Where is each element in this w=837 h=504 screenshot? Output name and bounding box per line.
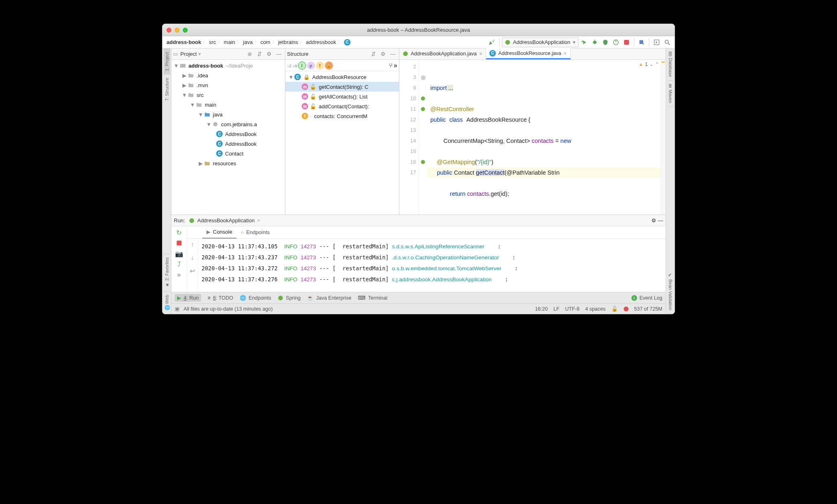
show-interfaces-button[interactable]: I: [298, 61, 306, 70]
settings-gear-icon[interactable]: ⚙: [265, 50, 274, 59]
code-content[interactable]: import ... @RestController public class …: [427, 60, 661, 215]
code-editor[interactable]: 2 3 9 10 11 12 13 14 15 16 17: [399, 60, 666, 215]
coverage-button[interactable]: [600, 37, 610, 47]
endpoints-tab[interactable]: ⑃Endpoints: [237, 226, 274, 239]
breadcrumb-item[interactable]: com: [261, 39, 271, 45]
search-button[interactable]: [662, 37, 672, 47]
collapse-all-button[interactable]: ⇵: [255, 50, 264, 59]
spring-gutter-icon[interactable]: [421, 96, 425, 101]
tree-node[interactable]: .idea: [197, 72, 208, 79]
breadcrumb-item[interactable]: main: [224, 39, 235, 45]
search-everywhere-button[interactable]: [652, 37, 662, 47]
tree-node[interactable]: .mvn: [197, 82, 208, 88]
chevron-down-icon[interactable]: ▾: [198, 51, 201, 57]
show-nonpublic-button[interactable]: 🔒: [325, 61, 333, 70]
project-tree[interactable]: ▼address-book~/IdeaProje ▶.idea ▶.mvn ▼s…: [171, 60, 285, 215]
collapse-button[interactable]: ⇵: [369, 50, 378, 59]
dump-button[interactable]: 📷: [175, 250, 183, 257]
structure-node[interactable]: addContact(Contact):: [319, 103, 369, 110]
editor-tab[interactable]: C AddressBookResource.java ×: [486, 48, 570, 59]
console-tab[interactable]: ▶Console: [202, 226, 237, 239]
locate-button[interactable]: ⊕: [245, 50, 254, 59]
show-fields-button[interactable]: f: [316, 61, 324, 70]
more-button[interactable]: »: [394, 62, 397, 69]
tree-node[interactable]: address-book: [188, 63, 223, 69]
sidebar-tab-favorites[interactable]: ★2: Favorites: [163, 254, 170, 291]
breadcrumb-item[interactable]: address-book: [167, 39, 201, 45]
scroll-up-button[interactable]: ↑: [191, 241, 194, 248]
autoscroll-button[interactable]: ⑂: [389, 62, 393, 69]
sort-alpha-button[interactable]: ↓a: [292, 63, 297, 68]
line-separator[interactable]: LF: [553, 306, 559, 312]
sidebar-tab-web[interactable]: 🌐Web: [163, 291, 170, 314]
bottom-tab-spring[interactable]: Spring: [278, 295, 300, 301]
settings-gear-icon[interactable]: ⚙: [379, 50, 388, 59]
inspection-widget[interactable]: ▲ 1 ⌄ ⌃: [638, 61, 659, 67]
show-properties-button[interactable]: p: [307, 61, 315, 70]
caret-position[interactable]: 16:20: [535, 306, 548, 312]
stop-button[interactable]: [622, 37, 631, 47]
sidebar-tab-maven[interactable]: mMaven: [667, 81, 674, 107]
chevron-down-icon[interactable]: ⌄: [649, 61, 653, 67]
close-tab-button[interactable]: ×: [563, 50, 567, 57]
run-tab[interactable]: AddressBookApplication ×: [185, 215, 264, 226]
tree-node[interactable]: AddressBook: [225, 141, 256, 147]
zoom-window-button[interactable]: [183, 28, 188, 33]
rerun-button[interactable]: ↻: [175, 229, 183, 236]
indent-widget[interactable]: 4 spaces: [585, 306, 605, 312]
more-button[interactable]: »: [175, 271, 183, 278]
structure-node[interactable]: AddressBookResource: [312, 74, 366, 80]
breadcrumb-item[interactable]: java: [243, 39, 253, 45]
tree-node[interactable]: Contact: [225, 151, 243, 157]
readonly-lock-icon[interactable]: 🔓: [611, 306, 618, 312]
breadcrumb[interactable]: address-book 〉 src〉 main〉 java〉 com〉 jet…: [167, 39, 351, 46]
structure-node[interactable]: contacts: ConcurrentM: [314, 113, 368, 119]
debug-button[interactable]: [590, 37, 600, 47]
run-config-selector[interactable]: AddressBookApplication ▾: [502, 37, 578, 47]
toolwindows-button[interactable]: ▣: [175, 306, 180, 312]
tree-node[interactable]: AddressBook: [225, 131, 256, 137]
bottom-tab-run[interactable]: ▶4: Run: [175, 294, 201, 302]
breadcrumb-item[interactable]: src: [209, 39, 216, 45]
sidebar-tab-structure[interactable]: 7: Structure: [164, 74, 170, 104]
file-encoding[interactable]: UTF-8: [565, 306, 579, 312]
soft-wrap-button[interactable]: ↩: [190, 267, 195, 275]
close-icon[interactable]: ×: [257, 217, 260, 224]
sidebar-tab-project[interactable]: 1: Project: [164, 48, 170, 74]
chevron-up-icon[interactable]: ⌃: [655, 61, 659, 67]
spring-gutter-icon[interactable]: [421, 107, 425, 112]
build-button[interactable]: [487, 37, 497, 47]
editor-tab[interactable]: AddressBookApplication.java ×: [399, 48, 486, 59]
hide-button[interactable]: —: [388, 50, 397, 59]
spring-gutter-icon[interactable]: [421, 160, 425, 164]
structure-tree[interactable]: ▼C🔒AddressBookResource m🔓getContact(Stri…: [285, 71, 399, 215]
sidebar-tab-bean-validation[interactable]: ✔Bean Validation: [667, 269, 674, 314]
tree-node[interactable]: java: [213, 112, 223, 118]
settings-gear-icon[interactable]: ⚙: [651, 217, 656, 224]
breadcrumb-item[interactable]: jetbrains: [278, 39, 298, 45]
update-button[interactable]: [637, 37, 646, 47]
bottom-tab-todo[interactable]: ≡6: TODO: [208, 295, 233, 301]
structure-node[interactable]: getAllContacts(): List: [319, 94, 368, 100]
close-tab-button[interactable]: ×: [479, 50, 482, 57]
problems-indicator[interactable]: [624, 307, 629, 311]
stop-button[interactable]: [175, 239, 183, 247]
bottom-tab-javaee[interactable]: ☕Java Enterprise: [307, 295, 351, 301]
structure-node[interactable]: getContact(String): C: [319, 84, 368, 90]
fold-icon[interactable]: ⊕: [421, 74, 426, 81]
breadcrumb-item[interactable]: addressbook: [306, 39, 336, 45]
hide-button[interactable]: —: [658, 217, 663, 224]
error-stripe[interactable]: [661, 60, 666, 215]
sort-button[interactable]: ↓z: [287, 63, 291, 68]
memory-indicator[interactable]: 537 of 725M: [634, 306, 663, 312]
scroll-down-button[interactable]: ↓: [191, 254, 194, 261]
bottom-tab-endpoints[interactable]: 🌐Endpoints: [240, 295, 272, 301]
event-log-button[interactable]: 1Event Log: [631, 295, 662, 301]
tree-node[interactable]: resources: [213, 160, 236, 167]
bottom-tab-terminal[interactable]: ⌨Terminal: [358, 295, 387, 301]
hide-button[interactable]: —: [274, 50, 283, 59]
layout-button[interactable]: ⤴: [175, 261, 183, 268]
tree-node[interactable]: com.jetbrains.a: [221, 121, 257, 127]
sidebar-tab-database[interactable]: 🗄Database: [667, 48, 674, 81]
profile-button[interactable]: [611, 37, 621, 47]
